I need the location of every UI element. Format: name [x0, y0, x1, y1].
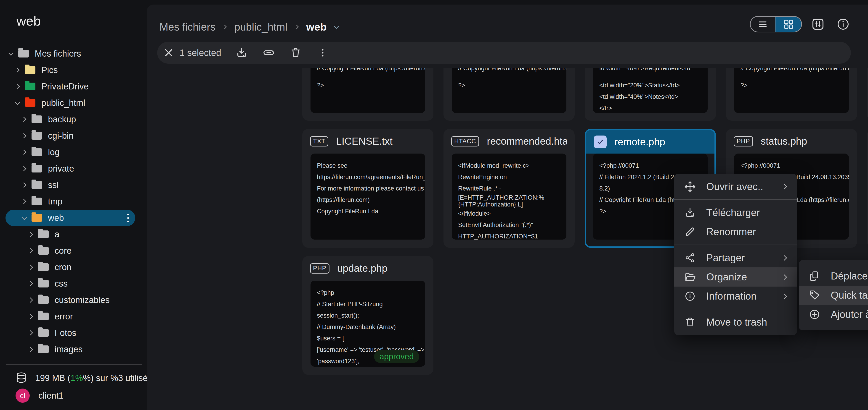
menu-item-open-with[interactable]: Ouvrir avec.. [674, 177, 797, 196]
list-view-button[interactable] [750, 16, 775, 32]
chevron-right-icon [781, 274, 788, 280]
tree-item-log[interactable]: log [0, 144, 135, 160]
tree-item-privatedrive[interactable]: PrivateDrive [0, 78, 135, 95]
tree-item-customizables[interactable]: customizables [0, 292, 135, 308]
file-card-htaccess[interactable]: HTACC recommended.htaccess <IfModule mod… [443, 129, 575, 248]
checkbox-checked[interactable] [594, 136, 607, 148]
menu-item-add-to[interactable]: Ajouter à [799, 305, 868, 324]
menu-item-label: Partager [706, 252, 745, 264]
grid-view-button-active[interactable] [775, 16, 801, 32]
file-card-partial[interactable]: // Copyright FileRun Lda (https://fileru… [443, 68, 575, 121]
chevron-right-icon[interactable] [26, 279, 36, 288]
chevron-right-icon[interactable] [26, 328, 36, 338]
database-icon [16, 372, 27, 384]
user-account[interactable]: cl client1 [16, 388, 64, 403]
trash-icon [290, 47, 302, 59]
preview-line: ?> [458, 80, 560, 91]
file-preview: Please see https://filerun.com/agreement… [311, 153, 425, 240]
chevron-right-icon[interactable] [19, 147, 29, 157]
tree-item-a[interactable]: a [0, 226, 135, 242]
tree-item-mes-fichiers[interactable]: Mes fichiers [0, 45, 135, 62]
preview-line: // Copyright FileRun Lda (https://fileru… [458, 68, 560, 74]
file-card-partial[interactable]: td width="40%">Requirement</td <td width… [585, 68, 716, 121]
menu-item-download[interactable]: Télécharger [674, 203, 797, 222]
tree-item-error[interactable]: error [0, 308, 135, 325]
chevron-right-icon[interactable] [12, 81, 23, 92]
chevron-right-icon[interactable] [19, 180, 29, 190]
tree-item-css[interactable]: css [0, 275, 135, 292]
menu-item-share[interactable]: Partager [674, 248, 797, 267]
menu-item-rename[interactable]: Renommer [674, 222, 797, 241]
tree-item-cron[interactable]: cron [0, 259, 135, 275]
menu-item-move-to-trash[interactable]: Move to trash [674, 313, 797, 332]
settings-button[interactable] [810, 16, 826, 32]
chevron-down-icon[interactable] [12, 98, 23, 108]
preview-line: <?php //00071 [599, 160, 701, 171]
tree-item-label: Mes fichiers [35, 49, 81, 59]
tree-item-public-html[interactable]: public_html [0, 95, 135, 111]
link-button[interactable] [262, 46, 275, 59]
tree-item-web-selected[interactable]: web [5, 210, 135, 226]
chevron-right-icon[interactable] [26, 344, 36, 354]
kebab-icon[interactable] [127, 214, 129, 222]
share-icon [684, 252, 696, 264]
menu-item-quick-tag-highlighted[interactable]: Quick tag [799, 286, 868, 305]
chevron-right-icon[interactable] [26, 262, 36, 272]
chevron-right-icon[interactable] [12, 65, 23, 75]
tree-item-backup[interactable]: backup [0, 111, 135, 128]
tree-item-ssl[interactable]: ssl [0, 177, 135, 193]
tree-item-label: core [55, 246, 71, 256]
tree-item-pics[interactable]: Pics [0, 62, 135, 78]
chevron-right-icon[interactable] [26, 229, 36, 239]
file-card-partial[interactable]: // Copyright FileRun Lda (https://fileru… [867, 68, 868, 121]
tree-item-label: web [48, 213, 64, 223]
menu-item-label: Organize [706, 271, 747, 283]
breadcrumb-public-html[interactable]: public_html [234, 21, 287, 33]
breadcrumb-web-current[interactable]: web [306, 21, 327, 33]
file-card-license[interactable]: TXT LICENSE.txt Please see https://filer… [302, 129, 433, 248]
breadcrumb-mes-fichiers[interactable]: Mes fichiers [159, 21, 215, 33]
tree-item-label: cgi-bin [48, 131, 73, 141]
file-card-update[interactable]: PHP update.php <?php // Start der PHP-Si… [302, 256, 433, 375]
folder-icon [25, 82, 35, 90]
chevron-right-icon[interactable] [19, 114, 29, 124]
menu-item-label: Quick tag [831, 289, 868, 301]
info-button[interactable] [835, 16, 851, 32]
preview-line: RewriteRule .* - [458, 183, 560, 194]
chevron-right-icon[interactable] [26, 246, 36, 256]
chevron-down-icon[interactable] [333, 24, 340, 30]
chevron-down-icon[interactable] [19, 213, 29, 223]
close-icon[interactable] [162, 46, 175, 59]
menu-item-label: Télécharger [706, 207, 760, 218]
more-button[interactable] [316, 46, 329, 59]
tree-item-images[interactable]: images [0, 341, 135, 357]
avatar: cl [16, 388, 30, 403]
file-preview: <IfModule mod_rewrite.c> RewriteEngine o… [452, 153, 566, 240]
chevron-right-icon[interactable] [19, 131, 29, 141]
preview-line: RewriteEngine on [458, 171, 560, 183]
download-button[interactable] [235, 46, 248, 59]
trash-button[interactable] [289, 46, 302, 59]
menu-item-information[interactable]: Information [674, 286, 797, 306]
file-card-partial[interactable]: // Copyright FileRun Lda (https://fileru… [302, 68, 433, 121]
menu-item-organize-highlighted[interactable]: Organize [674, 267, 797, 286]
tree-item-label: customizables [55, 295, 110, 305]
menu-item-move-copy[interactable]: Déplacer / Copier [799, 267, 868, 286]
tree-item-label: Pics [41, 65, 58, 75]
file-card-header: TXT LICENSE.txt [302, 129, 433, 153]
chevron-down-icon[interactable] [6, 48, 16, 59]
file-card-partial[interactable]: // Copyright FileRun Lda (https://fileru… [726, 68, 857, 121]
tree-item-fotos[interactable]: Fotos [0, 325, 135, 341]
preview-line: </tr> [599, 102, 701, 113]
chevron-right-icon[interactable] [19, 164, 29, 174]
tree-item-tmp[interactable]: tmp [0, 193, 135, 210]
preview-line: Please see [317, 160, 419, 171]
chevron-right-icon[interactable] [26, 295, 36, 305]
chevron-right-icon[interactable] [19, 197, 29, 206]
tree-item-private[interactable]: private [0, 160, 135, 177]
file-card-t[interactable]: PHP t.php <?php //00071 // FileRun 2024.… [867, 129, 868, 248]
tree-item-core[interactable]: core [0, 242, 135, 259]
chevron-right-icon[interactable] [26, 311, 36, 321]
tree-item-cgi-bin[interactable]: cgi-bin [0, 128, 135, 144]
preview-line: (https://filerun.com) [317, 194, 419, 206]
